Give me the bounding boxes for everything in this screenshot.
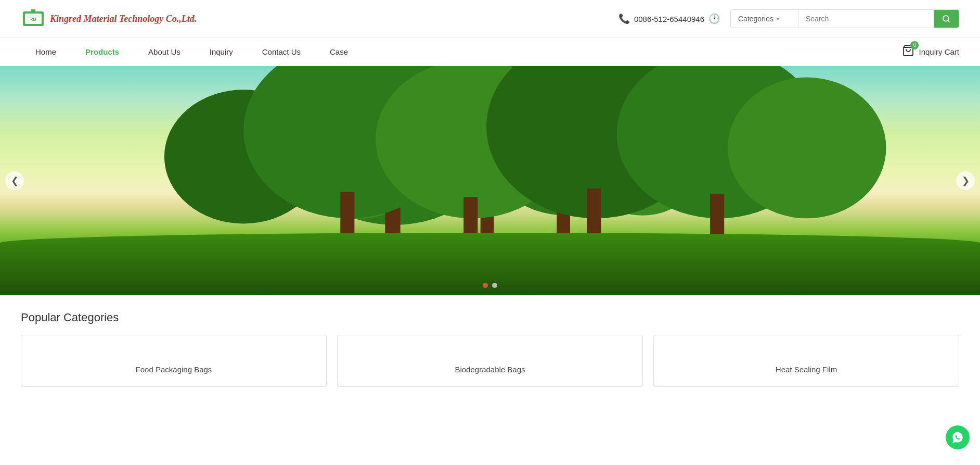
top-bar: KM Kingred Material Technology Co.,Ltd. …: [0, 0, 980, 38]
header-right: 📞 0086-512-65440946 🕐 Categories ▾: [618, 9, 959, 28]
nav-home[interactable]: Home: [21, 38, 71, 66]
svg-point-21: [728, 78, 886, 219]
hero-prev-button[interactable]: ❮: [5, 171, 24, 190]
svg-line-6: [948, 20, 949, 22]
categories-grid: Food Packaging Bags Biodegradable Bags H…: [21, 335, 959, 387]
search-icon: [942, 15, 950, 23]
nav-products[interactable]: Products: [71, 38, 134, 66]
chevron-down-icon: ▾: [777, 16, 779, 22]
category-card-food-packaging[interactable]: Food Packaging Bags: [21, 335, 327, 387]
category-label-heat-sealing: Heat Sealing Film: [776, 365, 837, 374]
popular-categories-section: Popular Categories Food Packaging Bags B…: [0, 295, 980, 397]
phone-number: 0086-512-65440946: [634, 15, 704, 23]
category-label-food-packaging: Food Packaging Bags: [136, 365, 212, 374]
category-label-biodegradable: Biodegradable Bags: [455, 365, 525, 374]
logo-icon: KM: [21, 6, 46, 31]
categories-dropdown[interactable]: Categories ▾: [731, 10, 798, 27]
logo-text: Kingred Material Technology Co.,Ltd.: [50, 14, 197, 24]
clock-icon: 🕐: [708, 13, 720, 24]
popular-categories-title: Popular Categories: [21, 311, 959, 324]
nav-about[interactable]: About Us: [134, 38, 195, 66]
cart-badge: 0: [910, 41, 919, 49]
hero-dots: [483, 283, 497, 288]
inquiry-cart[interactable]: 0 Inquiry Cart: [902, 44, 959, 60]
nav-contact[interactable]: Contact Us: [248, 38, 315, 66]
hero-next-button[interactable]: ❯: [956, 171, 975, 190]
phone-icon: 📞: [618, 13, 630, 24]
search-area: Categories ▾: [730, 9, 959, 28]
search-button[interactable]: [934, 10, 959, 28]
category-card-heat-sealing[interactable]: Heat Sealing Film: [653, 335, 959, 387]
phone-area: 📞 0086-512-65440946 🕐: [618, 13, 720, 24]
category-card-biodegradable[interactable]: Biodegradable Bags: [337, 335, 643, 387]
logo-area: KM Kingred Material Technology Co.,Ltd.: [21, 6, 197, 31]
search-input[interactable]: [798, 10, 934, 27]
nav-links: Home Products About Us Inquiry Contact U…: [21, 38, 363, 66]
nav-inquiry[interactable]: Inquiry: [195, 38, 248, 66]
hero-background: [0, 66, 980, 295]
hero-dot-1[interactable]: [483, 283, 488, 288]
nav-case[interactable]: Case: [315, 38, 363, 66]
svg-rect-4: [31, 9, 35, 12]
nav-bar: Home Products About Us Inquiry Contact U…: [0, 38, 980, 66]
hero-dot-2[interactable]: [492, 283, 497, 288]
hero-slider: ❮ ❯: [0, 66, 980, 295]
cart-icon-wrap: 0: [902, 44, 914, 60]
svg-text:KM: KM: [31, 18, 36, 21]
categories-label: Categories: [738, 15, 773, 23]
hero-trees-right: [0, 66, 980, 254]
cart-label: Inquiry Cart: [919, 47, 959, 56]
